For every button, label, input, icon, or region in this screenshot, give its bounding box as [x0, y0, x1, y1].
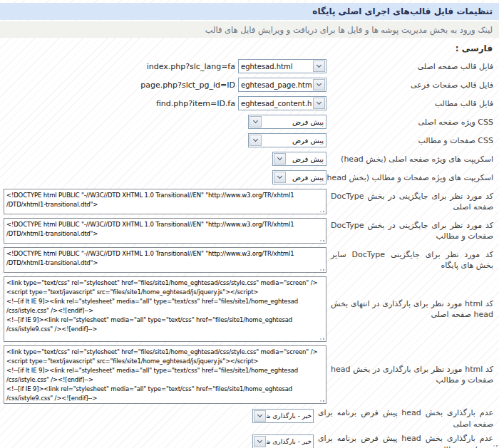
resize-grip-icon[interactable] [318, 264, 324, 271]
select-value: خیر - بارگذاری شود [267, 435, 313, 448]
chevron-down-icon [257, 438, 262, 443]
main-template-select[interactable]: eghtesad.html [238, 59, 326, 73]
select-value: eghtesad.html [239, 60, 312, 73]
row-pages-css: CSS صفحات و مطالب پیش فرض [4, 133, 493, 147]
resize-grip-icon[interactable] [318, 235, 324, 241]
field-label: کد مورد نظر برای جایگزینی در بخش DocType… [331, 220, 493, 241]
skip-head-pages-select[interactable]: خیر - بارگذاری شود [252, 434, 314, 448]
select-button[interactable] [274, 172, 286, 183]
chevron-down-icon [317, 63, 321, 68]
row-main-css: CSS ویژه صفحه اصلی پیش فرض [4, 115, 493, 129]
field-label: CSS صفحات و مطالب [331, 135, 493, 146]
resize-grip-icon[interactable] [318, 333, 324, 340]
language-section-label: فارسی : [4, 43, 493, 53]
resize-grip-icon[interactable] [491, 440, 498, 447]
chevron-down-icon [253, 118, 258, 123]
url-hint: page.php?slct_pg_id=ID [140, 80, 235, 90]
field-label: فایل قالب صفحات فرعی [331, 80, 493, 90]
row-skip-head-main: عدم بارگذاری بخش head پیش فرض برنامه برا… [4, 407, 493, 430]
row-main-template: فایل قالب صفحه اصلی eghtesad.html index.… [4, 59, 493, 73]
file-manager-link[interactable]: لینک ورود به بخش مدیریت پوشه ها و فایل ه… [205, 25, 493, 35]
chevron-down-icon [317, 100, 321, 105]
file-manager-link-bar: لینک ورود به بخش مدیریت پوشه ها و فایل ه… [0, 21, 499, 38]
page-title-text: تنظیمات فایل قالب‌های اجرای اصلی پایگاه [312, 6, 493, 16]
row-main-scripts: اسکریپت های ویژه صفحه اصلی (بخش head) پی… [4, 152, 493, 166]
select-value: پیش فرض [287, 171, 326, 184]
select-value: eghtesad_content.html [239, 97, 312, 110]
select-button[interactable] [254, 436, 266, 447]
template-settings-page: تنظیمات فایل قالب‌های اجرای اصلی پایگاه … [0, 0, 499, 448]
chevron-down-icon [277, 174, 282, 179]
doctype-main-textarea[interactable]: <!DOCTYPE html PUBLIC "-//W3C//DTD XHTML… [4, 189, 326, 214]
subpage-template-select[interactable]: eghtesad_page.html [238, 78, 326, 92]
row-content-template: فایل قالب مطالب eghtesad_content.html fi… [4, 96, 493, 110]
field-label: اسکریپت های ویژه صفحه اصلی (بخش head) [331, 154, 493, 165]
select-button[interactable] [250, 135, 262, 146]
row-pages-scripts: اسکریپت های ویژه صفحات و مطالب (بخش head… [4, 170, 493, 184]
row-subpage-template: فایل قالب صفحات فرعی eghtesad_page.html … [4, 78, 493, 92]
select-button[interactable] [254, 410, 266, 422]
field-label: کد مورد نظر برای جایگزینی در بخش DocType… [331, 191, 493, 212]
select-button[interactable] [313, 98, 325, 109]
field-label: فایل قالب صفحه اصلی [331, 61, 493, 72]
row-skip-head-pages: عدم بارگذاری بخش head پیش فرض برنامه برا… [4, 433, 493, 448]
resize-grip-icon[interactable] [318, 206, 324, 212]
field-label: کد html مورد نظر برای بارگذاری در انتهای… [331, 298, 493, 320]
field-label: CSS ویژه صفحه اصلی [331, 117, 493, 127]
field-label: اسکریپت های ویژه صفحات و مطالب (بخش head… [331, 172, 493, 183]
main-scripts-select[interactable]: پیش فرض [272, 152, 326, 166]
row-head-html-main: کد html مورد نظر برای بارگذاری در انتهای… [4, 276, 493, 342]
row-doctype-main: کد مورد نظر برای جایگزینی در بخش DocType… [4, 189, 493, 214]
url-hint: index.php?slc_lang=fa [147, 62, 235, 71]
select-value: پیش فرض [262, 115, 326, 128]
select-value: خیر - بارگذاری شود [267, 410, 313, 422]
chevron-down-icon [257, 412, 262, 417]
chevron-down-icon [253, 137, 258, 142]
chevron-down-icon [317, 81, 321, 86]
settings-form: فارسی : فایل قالب صفحه اصلی eghtesad.htm… [0, 38, 499, 448]
doctype-pages-textarea[interactable]: <!DOCTYPE html PUBLIC "-//W3C//DTD XHTML… [4, 218, 326, 244]
select-value: پیش فرض [262, 134, 326, 147]
select-button[interactable] [313, 79, 325, 90]
pages-css-select[interactable]: پیش فرض [248, 133, 326, 147]
select-button[interactable] [274, 153, 286, 165]
row-doctype-pages: کد مورد نظر برای جایگزینی در بخش DocType… [4, 218, 493, 244]
chevron-down-icon [277, 155, 282, 160]
page-title: تنظیمات فایل قالب‌های اجرای اصلی پایگاه [0, 3, 499, 20]
resize-grip-icon[interactable] [318, 395, 324, 402]
skip-head-main-select[interactable]: خیر - بارگذاری شود [252, 409, 314, 423]
field-label: عدم بارگذاری بخش head پیش فرض برنامه برا… [318, 433, 493, 448]
doctype-other-textarea[interactable]: <!DOCTYPE html PUBLIC "-//W3C//DTD XHTML… [4, 247, 326, 273]
url-hint: find.php?item=ID.fa [156, 99, 235, 108]
select-value: پیش فرض [287, 152, 326, 165]
main-css-select[interactable]: پیش فرض [248, 115, 326, 129]
head-html-main-textarea[interactable]: <link type="text/css" rel="stylesheet" h… [4, 276, 326, 342]
select-button[interactable] [250, 116, 262, 127]
field-label: عدم بارگذاری بخش head پیش فرض برنامه برا… [318, 407, 493, 430]
field-label: کد html مورد نظر برای بارگذاری در بخش he… [331, 364, 493, 385]
content-template-select[interactable]: eghtesad_content.html [238, 96, 326, 110]
select-value: eghtesad_page.html [239, 78, 312, 91]
field-label: کد مورد نظر برای جایگزینی DocType سایر ب… [331, 249, 493, 271]
pages-scripts-select[interactable]: پیش فرض [272, 170, 326, 184]
row-doctype-other: کد مورد نظر برای جایگزینی DocType سایر ب… [4, 247, 493, 273]
head-html-pages-textarea[interactable]: <link type="text/css" rel="stylesheet" h… [4, 345, 326, 404]
field-label: فایل قالب مطالب [331, 98, 493, 109]
select-button[interactable] [313, 61, 325, 72]
row-head-html-pages: کد html مورد نظر برای بارگذاری در بخش he… [4, 345, 493, 404]
